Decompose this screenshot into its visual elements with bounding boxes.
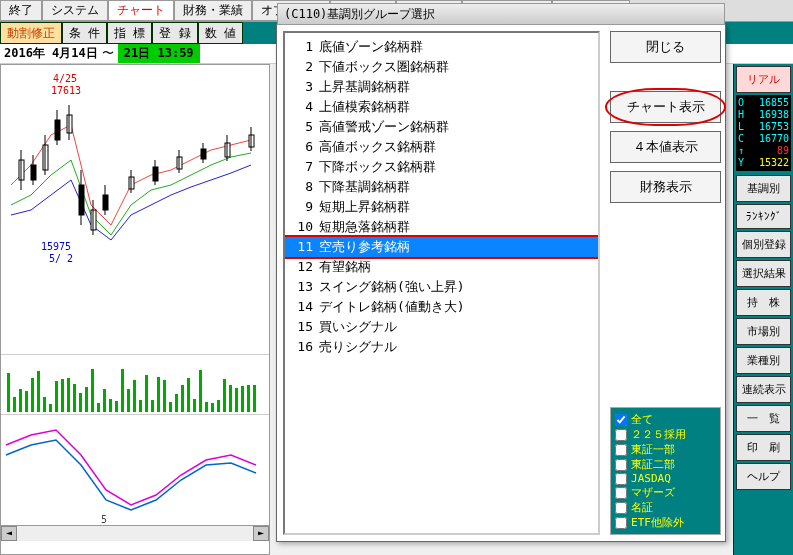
group-list-item[interactable]: 9短期上昇銘柄群 [285, 197, 598, 217]
filter-checkbox[interactable] [615, 473, 627, 485]
quote-box: O16855H16938L16753C16770↑89Y15322 [736, 95, 791, 171]
filter-6[interactable]: 名証 [615, 500, 716, 515]
vol-bar [19, 389, 22, 412]
vol-bar [223, 379, 226, 412]
side-btn-8[interactable]: 一 覧 [736, 405, 791, 432]
group-list-item[interactable]: 15買いシグナル [285, 317, 598, 337]
toolbar-btn-4[interactable]: 数 値 [198, 22, 243, 44]
group-list-item[interactable]: 6高値ボックス銘柄群 [285, 137, 598, 157]
chart-display-button[interactable]: チャート表示 [610, 91, 721, 123]
side-btn-2[interactable]: 個別登録 [736, 231, 791, 258]
modal-side-panel: 閉じる チャート表示 ４本値表示 財務表示 全て２２５採用東証一部東証二部JAS… [606, 25, 725, 541]
top-tab-2[interactable]: チャート [108, 0, 174, 21]
filter-4[interactable]: JASDAQ [615, 472, 716, 485]
group-list-item[interactable]: 2下値ボックス圏銘柄群 [285, 57, 598, 77]
filter-2[interactable]: 東証一部 [615, 442, 716, 457]
group-list-item[interactable]: 10短期急落銘柄群 [285, 217, 598, 237]
side-btn-10[interactable]: ヘルプ [736, 463, 791, 490]
candlestick-svg [1, 65, 269, 354]
side-btn-5[interactable]: 市場別 [736, 318, 791, 345]
realtime-button[interactable]: リアル [736, 66, 791, 93]
group-list-item[interactable]: 14デイトレ銘柄(値動き大) [285, 297, 598, 317]
vol-bar [247, 385, 250, 412]
group-list-item[interactable]: 3上昇基調銘柄群 [285, 77, 598, 97]
vol-bar [151, 400, 154, 412]
date-live: 21日 13:59 [118, 44, 200, 63]
vol-bar [211, 403, 214, 412]
vol-bar [7, 373, 10, 412]
toolbar-btn-0[interactable]: 動割修正 [0, 22, 62, 44]
vol-bar [187, 378, 190, 412]
top-tab-1[interactable]: システム [42, 0, 108, 21]
filter-0[interactable]: 全て [615, 412, 716, 427]
filter-3[interactable]: 東証二部 [615, 457, 716, 472]
group-list[interactable]: 1底値ゾーン銘柄群2下値ボックス圏銘柄群3上昇基調銘柄群4上値模索銘柄群5高値警… [283, 31, 600, 535]
volume-chart [1, 355, 269, 415]
close-button[interactable]: 閉じる [610, 31, 721, 63]
filter-checkbox[interactable] [615, 502, 627, 514]
group-list-item[interactable]: 5高値警戒ゾーン銘柄群 [285, 117, 598, 137]
vol-bar [139, 400, 142, 412]
group-list-item[interactable]: 11空売り参考銘柄 [285, 237, 598, 257]
ohlc-display-button[interactable]: ４本値表示 [610, 131, 721, 163]
chart-panel: 4/25 17613 15975 5/ 2 [0, 64, 270, 555]
financial-display-button[interactable]: 財務表示 [610, 171, 721, 203]
group-list-item[interactable]: 4上値模索銘柄群 [285, 97, 598, 117]
side-btn-0[interactable]: 基調別 [736, 175, 791, 202]
vol-bar [67, 378, 70, 412]
group-list-item[interactable]: 7下降ボックス銘柄群 [285, 157, 598, 177]
toolbar-btn-2[interactable]: 指 標 [107, 22, 152, 44]
tilde: 〜 [102, 45, 114, 62]
vol-bar [217, 400, 220, 412]
filter-1[interactable]: ２２５採用 [615, 427, 716, 442]
vol-bar [55, 381, 58, 412]
chart-scrollbar[interactable]: ◄ ► [1, 525, 269, 541]
filter-checkbox[interactable] [615, 517, 627, 529]
top-tab-3[interactable]: 財務・業績 [174, 0, 252, 21]
group-list-item[interactable]: 12有望銘柄 [285, 257, 598, 277]
side-btn-1[interactable]: ﾗﾝｷﾝｸﾞ [736, 204, 791, 229]
scroll-left-icon[interactable]: ◄ [1, 526, 17, 541]
group-select-modal: (C110)基調別グループ選択 1底値ゾーン銘柄群2下値ボックス圏銘柄群3上昇基… [276, 24, 726, 542]
filter-7[interactable]: ETF他除外 [615, 515, 716, 530]
vol-bar [91, 369, 94, 412]
vol-bar [25, 391, 28, 412]
osc-svg [1, 415, 269, 525]
filter-checkbox[interactable] [615, 459, 627, 471]
side-btn-6[interactable]: 業種別 [736, 347, 791, 374]
x-axis-tick: 5 [101, 514, 107, 525]
oscillator-chart: 5 [1, 415, 269, 525]
quote-row: H16938 [738, 109, 789, 121]
side-btn-9[interactable]: 印 刷 [736, 434, 791, 461]
scroll-track[interactable] [17, 526, 253, 541]
side-btn-7[interactable]: 連続表示 [736, 376, 791, 403]
side-btn-4[interactable]: 持 株 [736, 289, 791, 316]
vol-bar [85, 387, 88, 412]
vol-bar [43, 397, 46, 412]
quote-row: C16770 [738, 133, 789, 145]
price-chart: 4/25 17613 15975 5/ 2 [1, 65, 269, 355]
toolbar-btn-3[interactable]: 登 録 [152, 22, 197, 44]
vol-bar [79, 393, 82, 412]
group-list-item[interactable]: 1底値ゾーン銘柄群 [285, 37, 598, 57]
toolbar-btn-1[interactable]: 条 件 [62, 22, 107, 44]
filter-checkbox[interactable] [615, 414, 627, 426]
vol-bar [175, 394, 178, 412]
vol-bar [193, 399, 196, 412]
quote-row: L16753 [738, 121, 789, 133]
filter-checkbox[interactable] [615, 487, 627, 499]
group-list-item[interactable]: 13スイング銘柄(強い上昇) [285, 277, 598, 297]
quote-row: O16855 [738, 97, 789, 109]
vol-bar [109, 399, 112, 412]
market-filter-group: 全て２２５採用東証一部東証二部JASDAQマザーズ名証ETF他除外 [610, 407, 721, 535]
group-list-item[interactable]: 16売りシグナル [285, 337, 598, 357]
vol-bar [133, 380, 136, 412]
group-list-item[interactable]: 8下降基調銘柄群 [285, 177, 598, 197]
filter-checkbox[interactable] [615, 444, 627, 456]
filter-checkbox[interactable] [615, 429, 627, 441]
filter-5[interactable]: マザーズ [615, 485, 716, 500]
scroll-right-icon[interactable]: ► [253, 526, 269, 541]
side-btn-3[interactable]: 選択結果 [736, 260, 791, 287]
vol-bar [181, 385, 184, 412]
top-tab-0[interactable]: 終了 [0, 0, 42, 21]
